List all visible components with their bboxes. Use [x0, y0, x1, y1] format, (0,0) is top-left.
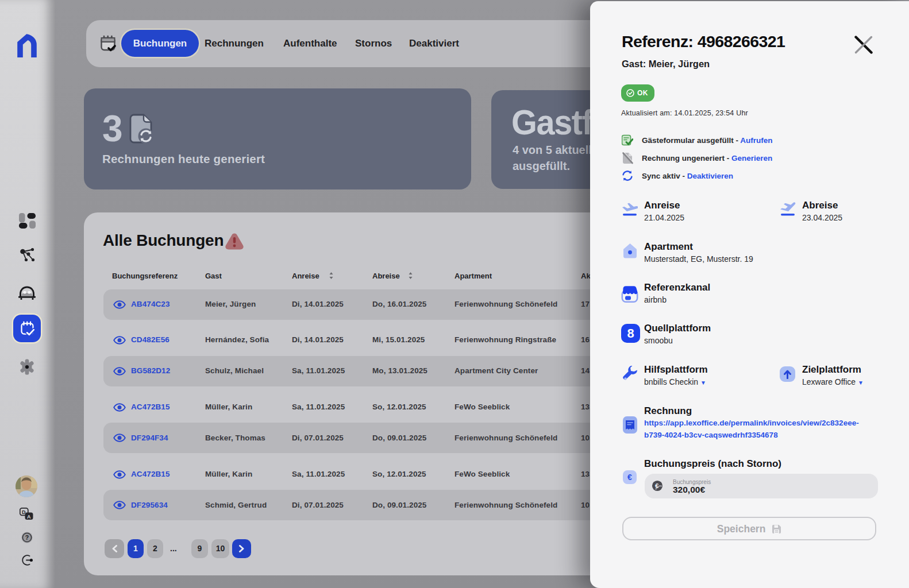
svg-text:€: €: [655, 482, 659, 489]
svg-text:A: A: [27, 514, 31, 520]
svg-text:?: ?: [25, 534, 29, 541]
